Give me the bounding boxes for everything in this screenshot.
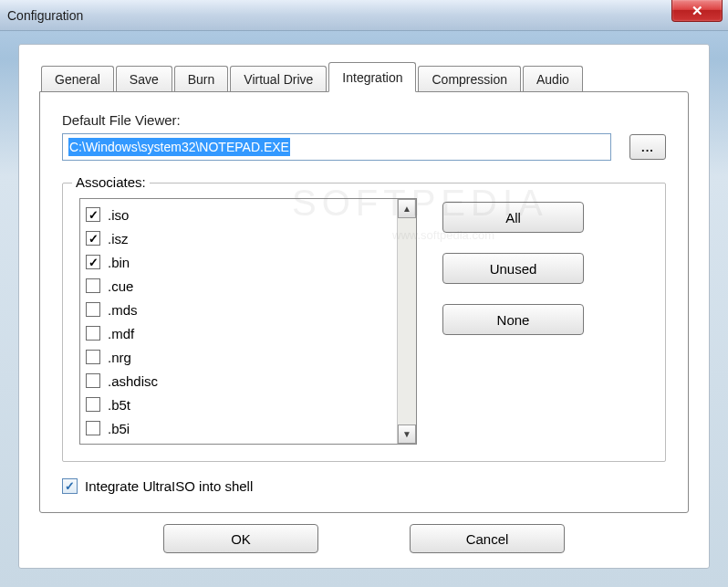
tab-virtual-drive[interactable]: Virtual Drive xyxy=(230,66,327,92)
close-icon: ✕ xyxy=(692,3,703,19)
associate-checkbox[interactable] xyxy=(86,397,100,412)
all-button[interactable]: All xyxy=(442,202,584,233)
list-item[interactable]: .mdf xyxy=(86,321,391,345)
associate-ext-label: .cue xyxy=(108,278,133,294)
default-viewer-input[interactable]: C:\Windows\system32\NOTEPAD.EXE xyxy=(62,133,611,161)
default-viewer-value: C:\Windows\system32\NOTEPAD.EXE xyxy=(68,138,290,156)
none-button[interactable]: None xyxy=(442,304,584,335)
browse-label: ... xyxy=(641,141,654,154)
associate-checkbox[interactable] xyxy=(86,207,100,222)
default-viewer-label: Default File Viewer: xyxy=(62,112,666,128)
associate-checkbox[interactable] xyxy=(86,326,100,341)
list-item[interactable]: .bin xyxy=(86,250,391,274)
list-item[interactable]: .isz xyxy=(86,226,391,250)
tab-audio[interactable]: Audio xyxy=(523,66,583,92)
associates-title: Associates: xyxy=(72,174,150,190)
tab-strip: GeneralSaveBurnVirtual DriveIntegrationC… xyxy=(39,61,689,91)
associate-checkbox[interactable] xyxy=(86,278,100,293)
associate-checkbox[interactable] xyxy=(86,373,100,388)
associate-checkbox[interactable] xyxy=(86,255,100,269)
tab-integration[interactable]: Integration xyxy=(328,62,416,92)
unused-button[interactable]: Unused xyxy=(442,253,584,284)
window-title: Configuration xyxy=(7,8,83,23)
associate-checkbox[interactable] xyxy=(86,231,100,246)
close-button[interactable]: ✕ xyxy=(671,0,723,22)
list-item[interactable]: .iso xyxy=(86,203,391,226)
associates-listbox[interactable]: .iso.isz.bin.cue.mds.mdf.nrg.ashdisc.b5t… xyxy=(79,198,417,445)
list-item[interactable]: .b5i xyxy=(86,416,391,440)
list-item[interactable]: .cue xyxy=(86,274,391,298)
associates-body: .iso.isz.bin.cue.mds.mdf.nrg.ashdisc.b5t… xyxy=(79,198,649,445)
shell-integrate-row: Integrate UltraISO into shell xyxy=(62,478,666,494)
associate-ext-label: .nrg xyxy=(108,350,131,365)
associates-list: .iso.isz.bin.cue.mds.mdf.nrg.ashdisc.b5t… xyxy=(80,199,397,444)
list-item[interactable]: .nrg xyxy=(86,345,391,369)
associates-buttons: All Unused None xyxy=(442,198,584,445)
ok-button[interactable]: OK xyxy=(163,524,318,553)
scrollbar[interactable]: ▲ ▼ xyxy=(397,199,416,444)
scroll-up-icon[interactable]: ▲ xyxy=(398,199,416,218)
tab-integration-content: Default File Viewer: C:\Windows\system32… xyxy=(39,91,689,513)
config-window: Configuration ✕ GeneralSaveBurnVirtual D… xyxy=(0,0,728,587)
list-item[interactable]: .b5t xyxy=(86,393,391,416)
shell-integrate-checkbox[interactable] xyxy=(62,478,78,494)
associate-ext-label: .isz xyxy=(108,231,129,246)
tab-compression[interactable]: Compression xyxy=(418,66,520,92)
dialog-button-row: OK Cancel xyxy=(39,524,689,553)
shell-integrate-label: Integrate UltraISO into shell xyxy=(85,478,253,494)
browse-button[interactable]: ... xyxy=(629,134,666,160)
associate-ext-label: .mds xyxy=(108,302,138,318)
viewer-row: C:\Windows\system32\NOTEPAD.EXE ... xyxy=(62,133,666,161)
dialog-panel: GeneralSaveBurnVirtual DriveIntegrationC… xyxy=(18,44,710,569)
scroll-down-icon[interactable]: ▼ xyxy=(398,425,416,444)
titlebar: Configuration ✕ xyxy=(0,0,728,31)
tab-save[interactable]: Save xyxy=(116,66,172,92)
associate-ext-label: .b5t xyxy=(108,397,130,413)
cancel-button[interactable]: Cancel xyxy=(410,524,565,553)
associate-ext-label: .iso xyxy=(108,207,129,223)
associate-checkbox[interactable] xyxy=(86,302,100,317)
associate-ext-label: .mdf xyxy=(108,326,134,341)
associate-ext-label: .b5i xyxy=(108,421,130,436)
list-item[interactable]: .mds xyxy=(86,298,391,321)
associate-ext-label: .bin xyxy=(108,255,130,270)
associate-checkbox[interactable] xyxy=(86,350,100,364)
associate-ext-label: .ashdisc xyxy=(108,373,158,389)
associates-group: Associates: .iso.isz.bin.cue.mds.mdf.nrg… xyxy=(62,183,666,462)
list-item[interactable]: .ashdisc xyxy=(86,369,391,393)
tab-general[interactable]: General xyxy=(41,66,114,92)
tab-burn[interactable]: Burn xyxy=(174,66,229,92)
associate-checkbox[interactable] xyxy=(86,421,100,435)
